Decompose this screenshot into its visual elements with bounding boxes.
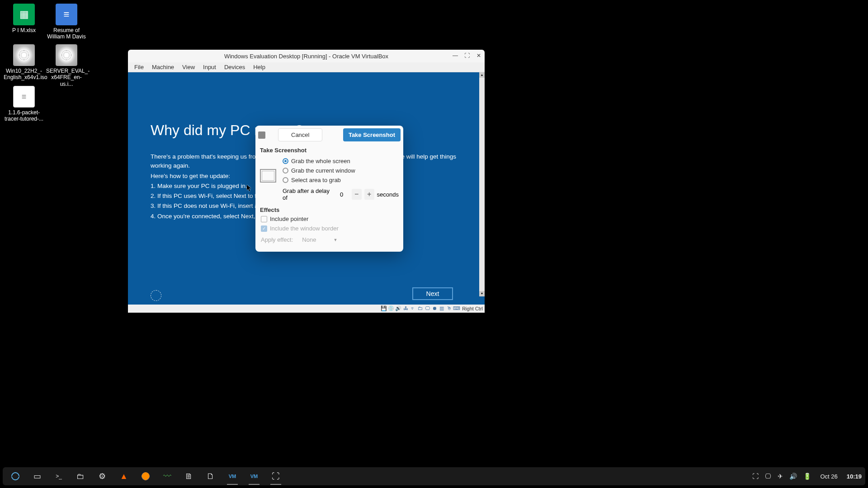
desktop-icon-pim[interactable]: ▦ P I M.xlsx (4, 4, 44, 33)
system-tray: ⛶ 🖵 ✈ 🔊 🔋 Oct 26 10:19 (752, 473, 862, 480)
taskbar-screenshot[interactable]: ⛶ (267, 469, 285, 483)
taskbar-virtualbox-manager[interactable]: VM (245, 469, 263, 483)
checkbox-icon: ✓ (261, 225, 267, 232)
status-optical-icon[interactable]: 💿 (388, 305, 394, 312)
disc-icon (56, 44, 77, 66)
tray-airplane-icon[interactable]: ✈ (778, 473, 783, 480)
radio-whole-screen[interactable]: Grab the whole screen (283, 156, 399, 166)
status-cpu-icon[interactable]: ▥ (439, 305, 445, 312)
apply-effect-select: None (299, 235, 327, 244)
delay-increment-button[interactable]: + (364, 189, 374, 200)
section-effects-title: Effects (255, 201, 403, 214)
taskbar-virtualbox-vm[interactable]: VM (223, 469, 241, 483)
radio-icon (283, 158, 288, 164)
taskbar-notes[interactable]: 🗎 (180, 469, 198, 483)
section-take-title: Take Screenshot (255, 144, 403, 155)
screenshot-dialog: Cancel Take Screenshot Take Screenshot G… (255, 126, 403, 252)
tray-battery-icon[interactable]: 🔋 (803, 473, 811, 480)
apply-effect-label: Apply effect: (261, 236, 293, 243)
minimize-button[interactable]: — (451, 52, 459, 60)
taskbar-files[interactable]: ▭ (28, 469, 46, 483)
checkbox-include-border: ✓ Include the window border (261, 224, 398, 233)
taskbar: ▭ >_ 🗀 ⚙ ▲ 〰 🗎 🗋 VM VM ⛶ ⛶ 🖵 ✈ 🔊 🔋 Oct 2… (3, 467, 865, 485)
start-button[interactable] (6, 469, 24, 483)
status-display-icon[interactable]: 🖵 (424, 305, 430, 312)
checkbox-icon (261, 216, 267, 222)
radio-select-area[interactable]: Select area to grab (283, 175, 399, 185)
delay-input[interactable] (335, 189, 349, 200)
status-network-icon[interactable]: 🖧 (402, 305, 409, 312)
scroll-up-button[interactable]: ▴ (479, 72, 485, 78)
disc-icon (13, 44, 35, 66)
checkbox-include-pointer[interactable]: Include pointer (261, 214, 398, 224)
accessibility-button[interactable] (151, 290, 161, 301)
status-recording-icon[interactable]: ⏺ (431, 305, 438, 312)
close-button[interactable]: ✕ (475, 52, 483, 60)
cancel-button[interactable]: Cancel (278, 128, 322, 141)
maximize-button[interactable]: ⛶ (463, 52, 471, 60)
chevron-down-icon: ▼ (333, 238, 337, 242)
desktop-icon-server-iso[interactable]: SERVER_EVAL_-x64FRE_en-us.i... (46, 44, 87, 87)
taskbar-time[interactable]: 10:19 (847, 473, 862, 480)
menubar: File Machine View Input Devices Help (128, 62, 485, 72)
taskbar-file-manager[interactable]: 🗀 (71, 469, 90, 483)
taskbar-terminal[interactable]: >_ (50, 469, 68, 483)
menu-machine[interactable]: Machine (148, 63, 178, 71)
svg-rect-1 (12, 476, 19, 477)
taskbar-date[interactable]: Oct 26 (820, 473, 837, 480)
next-button[interactable]: Next (412, 287, 453, 300)
menu-file[interactable]: File (131, 63, 147, 71)
document-icon: ≡ (56, 4, 77, 25)
desktop-icon-resume[interactable]: ≡ Resume of William M Davis ... (46, 4, 87, 47)
screenshot-app-icon (258, 131, 265, 139)
menu-devices[interactable]: Devices (221, 63, 249, 71)
spreadsheet-icon: ▦ (13, 4, 35, 25)
status-usb-icon[interactable]: ᯤ (410, 305, 416, 312)
textfile-icon: ≡ (13, 86, 35, 108)
delay-label: Grab after a delay of (283, 188, 332, 201)
taskbar-vlc[interactable]: ▲ (115, 469, 133, 483)
menu-input[interactable]: Input (199, 63, 220, 71)
menu-view[interactable]: View (179, 63, 198, 71)
tray-volume-icon[interactable]: 🔊 (789, 473, 797, 480)
window-title: Windows Evaluation Desktop [Running] - O… (224, 53, 388, 60)
tray-screen-icon[interactable]: ⛶ (752, 473, 759, 480)
radio-current-window[interactable]: Grab the current window (283, 166, 399, 175)
desktop-icon-win10-iso[interactable]: Win10_22H2_-English_x64v1.iso (4, 44, 44, 81)
window-titlebar[interactable]: Windows Evaluation Desktop [Running] - O… (128, 50, 485, 62)
status-audio-icon[interactable]: 🔊 (395, 305, 401, 312)
status-hdd-icon[interactable]: 💾 (381, 305, 387, 312)
delay-decrement-button[interactable]: − (352, 189, 362, 200)
taskbar-system-monitor[interactable]: 〰 (158, 469, 176, 483)
status-mouse-icon[interactable]: 🖰 (446, 305, 452, 312)
status-shared-icon[interactable]: 🗀 (417, 305, 423, 312)
screenshot-preview-icon (260, 169, 276, 183)
vm-scrollbar[interactable]: ▴ ▾ (479, 72, 485, 296)
taskbar-firefox[interactable] (137, 469, 155, 483)
menu-help[interactable]: Help (250, 63, 269, 71)
desktop-icon-packet-tracer[interactable]: ≡ 1.1.6-packet-tracer-tutored-... (4, 86, 44, 122)
radio-icon (283, 168, 288, 174)
radio-icon (283, 177, 288, 183)
taskbar-settings[interactable]: ⚙ (93, 469, 111, 483)
host-key-label: Right Ctrl (462, 306, 483, 311)
delay-unit: seconds (377, 191, 399, 198)
take-screenshot-button[interactable]: Take Screenshot (343, 128, 401, 141)
status-keyboard-icon[interactable]: ⌨ (453, 305, 459, 312)
taskbar-text-editor[interactable]: 🗋 (202, 469, 220, 483)
vm-statusbar: 💾 💿 🔊 🖧 ᯤ 🗀 🖵 ⏺ ▥ 🖰 ⌨ Right Ctrl (128, 305, 485, 313)
tray-display-icon[interactable]: 🖵 (765, 473, 771, 480)
scroll-down-button[interactable]: ▾ (479, 291, 485, 296)
